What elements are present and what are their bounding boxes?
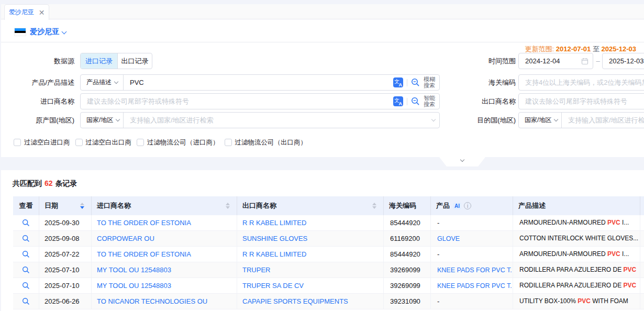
importer-link[interactable]: CORPOWEAR OU <box>97 235 154 242</box>
exporter-link[interactable]: TRUPER SA DE CV <box>242 282 304 290</box>
table-row: 2025-07-10 MY TOOL OU 12548803 TRUPER SA… <box>13 278 644 294</box>
importer-link[interactable]: TO THE ORDER OF ESTONIA <box>97 250 191 258</box>
product-type-select[interactable]: 产品描述 <box>81 75 124 90</box>
fuzzy-search-label[interactable]: 模糊搜索 <box>424 76 435 88</box>
overflow-cell <box>640 278 644 293</box>
tab-estonia[interactable]: 爱沙尼亚 ✕ <box>4 4 49 20</box>
importer-link[interactable]: MY TOOL OU 12548803 <box>97 282 171 290</box>
importer-link[interactable]: TO NICANOR TECHNOLOGIES OU <box>97 297 207 305</box>
importer-link[interactable]: MY TOOL OU 12548803 <box>97 266 171 274</box>
update-range-word: 至 <box>593 45 599 53</box>
checkbox-box[interactable] <box>137 139 144 146</box>
exporter-link[interactable]: R R KABEL LIMITED <box>242 250 306 258</box>
product-input[interactable]: PVC <box>124 79 144 86</box>
collapse-button[interactable] <box>439 157 485 166</box>
checkbox-box[interactable] <box>75 139 83 146</box>
results-panel: 共匹配到62条记录 查看 日期 进口商名称 出口商名称 海关编码 产品AIi 产… <box>0 170 644 311</box>
view-record-button[interactable] <box>22 282 30 290</box>
importer-link[interactable]: TO THE ORDER OF ESTONIA <box>97 219 191 227</box>
destination-type-select[interactable]: 国家/地区 <box>519 113 562 128</box>
summary-suffix: 条记录 <box>55 179 77 187</box>
exporter-link[interactable]: CAPAPIE SPORTS EQUIPMENTS <box>242 297 348 305</box>
fuzzy-search-icon[interactable] <box>411 78 420 87</box>
destination-type-value: 国家/地区 <box>525 116 551 125</box>
checkbox-label: 过滤物流公司（进口商） <box>147 138 219 147</box>
time-range-end-input[interactable]: 2025-12-03 <box>602 53 644 69</box>
record-date: 2025-07-10 <box>45 266 80 274</box>
product-description: COTTON INTERLOCK WHITE GLOVES... <box>513 231 640 246</box>
chevron-down-icon[interactable] <box>62 29 67 35</box>
export-records-button[interactable]: 出口记录 <box>118 53 152 69</box>
exporter-placeholder: 建议去除公司尾部字符或特殊符号 <box>519 97 627 106</box>
sort-icons-date[interactable] <box>80 203 86 209</box>
smart-search-icon[interactable] <box>411 97 420 106</box>
product-label: 产品/产品描述 <box>0 74 74 91</box>
exporter-link[interactable]: TRUPER <box>242 266 270 274</box>
col-importer[interactable]: 进口商名称 <box>92 196 237 215</box>
time-range-separator: – <box>594 53 602 69</box>
time-range-end-value: 2025-12-03 <box>603 57 644 65</box>
sort-icons-importer[interactable] <box>226 203 231 209</box>
product-value[interactable]: KNEE PADS FOR PVC T... <box>437 266 512 274</box>
results-summary: 共匹配到62条记录 <box>13 179 77 188</box>
sort-icons-exporter[interactable] <box>372 203 378 209</box>
overflow-cell <box>640 294 644 309</box>
importer-input[interactable]: 建议去除公司尾部字符或特殊符号 <box>81 97 189 106</box>
search-form: 更新范围: 2012-07-01 至 2025-12-03 数据源 进口记录 出… <box>0 42 644 157</box>
col-exporter[interactable]: 出口商名称 <box>237 196 384 215</box>
magnifier-icon <box>22 282 30 290</box>
col-product: 产品AIi <box>431 196 513 215</box>
filter-checkbox[interactable]: 过滤物流公司（进口商） <box>137 138 219 147</box>
exporter-link[interactable]: SUNSHINE GLOVES <box>242 235 307 242</box>
checkbox-box[interactable] <box>14 139 21 146</box>
hs-code-value: 39231090 <box>390 297 420 305</box>
country-name[interactable]: 爱沙尼亚 <box>30 27 59 37</box>
data-source-label: 数据源 <box>0 53 74 69</box>
exporter-link[interactable]: R R KABEL LIMITED <box>242 219 306 227</box>
product-value[interactable]: KNEE PADS FOR PVC T... <box>437 282 512 290</box>
info-icon[interactable]: i <box>464 202 471 209</box>
translate-icon[interactable]: 文A <box>393 96 403 106</box>
filter-checkbox[interactable]: 过滤空白出口商 <box>75 138 132 147</box>
hs-code-input[interactable]: 支持4位以上海关编码，或2位海关编码加上 <box>518 74 644 91</box>
destination-group: 国家/地区 支持输入国家/地区进行检索 <box>518 112 644 128</box>
checkbox-box[interactable] <box>225 139 232 146</box>
exporter-label: 出口商名称 <box>442 93 516 109</box>
import-records-button[interactable]: 进口记录 <box>81 53 118 69</box>
origin-type-select[interactable]: 国家/地区 <box>81 113 124 128</box>
record-date: 2025-06-26 <box>45 297 80 305</box>
overflow-cell <box>640 262 644 277</box>
product-value[interactable]: GLOVE <box>437 235 460 242</box>
tab-close-icon[interactable]: ✕ <box>39 9 45 16</box>
origin-input[interactable]: 支持输入国家/地区进行检索 <box>124 116 214 125</box>
country-header: 爱沙尼亚 <box>0 20 644 42</box>
col-view: 查看 <box>13 196 39 215</box>
destination-label: 目的国(地区) <box>442 112 516 128</box>
view-record-button[interactable] <box>22 235 30 242</box>
view-record-button[interactable] <box>22 250 30 258</box>
data-source-toggle: 进口记录 出口记录 <box>80 53 152 69</box>
origin-group: 国家/地区 支持输入国家/地区进行检索 <box>80 112 440 128</box>
translate-icon[interactable]: 文A <box>393 77 403 87</box>
view-record-button[interactable] <box>22 297 30 305</box>
col-hs-code: 海关编码 <box>384 196 431 215</box>
view-record-button[interactable] <box>22 266 30 274</box>
record-date: 2025-09-30 <box>45 219 80 227</box>
time-range-start-input[interactable]: 2024-12-04 <box>518 53 593 69</box>
magnifier-icon <box>22 235 30 242</box>
filter-checkbox[interactable]: 过滤物流公司（出口商） <box>225 138 307 147</box>
table-row: 2025-07-22 TO THE ORDER OF ESTONIA R R K… <box>13 247 644 262</box>
destination-input[interactable]: 支持输入国家/地区进行检索 <box>562 116 644 125</box>
product-search-group: 产品描述 PVC 文A 模糊搜索 <box>80 74 440 91</box>
smart-search-label[interactable]: 智能搜索 <box>424 95 435 107</box>
col-date[interactable]: 日期 <box>39 196 92 215</box>
exporter-input[interactable]: 建议去除公司尾部字符或特殊符号 <box>518 93 644 109</box>
product-description: RODILLERA PARA AZULEJERO DE PVC <box>513 278 640 293</box>
product-description: RODILLERA PARA AZULEJERO DE PVC <box>513 262 640 277</box>
col-overflow <box>640 196 644 215</box>
view-record-button[interactable] <box>22 219 30 227</box>
hs-code-value: 61169200 <box>390 235 420 242</box>
origin-label: 原产国(地区) <box>0 112 74 128</box>
checkbox-label: 过滤物流公司（出口商） <box>235 138 307 147</box>
filter-checkbox[interactable]: 过滤空白进口商 <box>14 138 70 147</box>
